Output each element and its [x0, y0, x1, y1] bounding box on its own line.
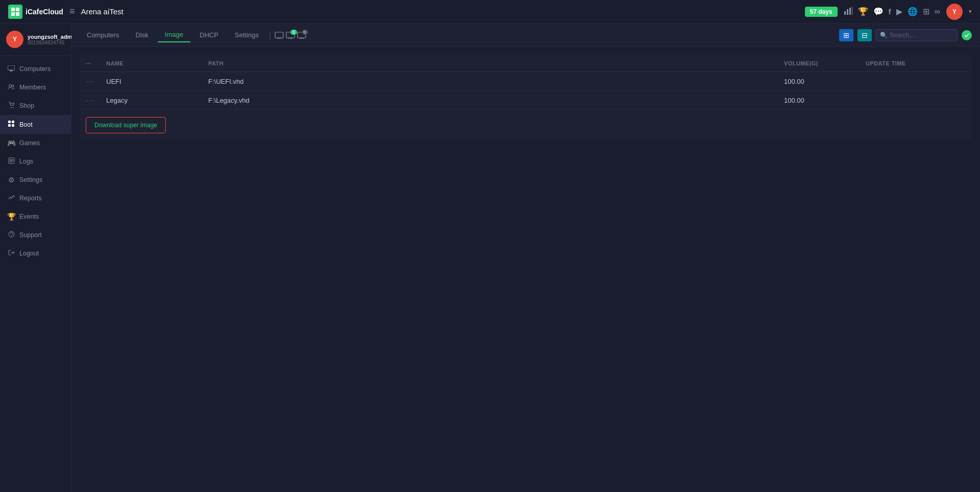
sidebar-item-settings[interactable]: ⚙ Settings — [0, 171, 71, 189]
svg-rect-8 — [8, 65, 15, 70]
table-row: ··· UEFI F:\UEFI.vhd 100.00 — [80, 72, 972, 91]
trophy-icon[interactable]: 🏆 — [858, 7, 868, 16]
user-avatar-header[interactable]: Y — [946, 4, 963, 20]
windows-btn-blue[interactable]: ⊞ — [839, 29, 853, 41]
sidebar-label-reports: Reports — [19, 195, 42, 202]
logo: iCafeCloud — [8, 5, 63, 19]
sidebar-item-computers[interactable]: Computers — [0, 60, 71, 78]
svg-point-24 — [11, 236, 12, 237]
sidebar-item-shop[interactable]: Shop — [0, 97, 71, 115]
svg-rect-1 — [16, 8, 19, 11]
tab-settings[interactable]: Settings — [228, 28, 266, 42]
table-header: ··· NAME PATH VOLUME(G) UPDATE TIME — [80, 55, 972, 72]
tab-image[interactable]: Image — [158, 28, 190, 42]
sidebar: Y youngzsoft_admin 0019934824745 Compute… — [0, 24, 71, 492]
svg-point-11 — [9, 85, 12, 87]
svg-rect-0 — [11, 8, 15, 11]
sidebar-user-avatar: Y — [6, 31, 23, 48]
logout-icon — [7, 249, 15, 257]
sidebar-label-shop: Shop — [19, 102, 34, 109]
monitor2-tab[interactable]: 3 — [286, 32, 295, 39]
message-icon[interactable]: 💬 — [873, 7, 884, 16]
row1-path: F:\UEFI.vhd — [202, 78, 778, 85]
shop-icon — [7, 102, 15, 110]
sidebar-label-support: Support — [19, 231, 42, 239]
sidebar-item-reports[interactable]: Reports — [0, 189, 71, 207]
facebook-icon[interactable]: f — [889, 7, 891, 16]
svg-rect-18 — [12, 124, 14, 127]
members-icon — [7, 83, 15, 91]
svg-point-13 — [11, 107, 12, 108]
table-row: ··· Legacy F:\Legacy.vhd 100.00 — [80, 91, 972, 110]
tab-computers[interactable]: Computers — [80, 28, 127, 42]
row2-dots: ··· — [80, 96, 100, 104]
boot-icon — [7, 120, 15, 129]
content-area: Computers Disk Image DHCP Settings | 3 0… — [71, 24, 980, 492]
sidebar-label-settings: Settings — [19, 176, 42, 183]
search-input[interactable] — [876, 29, 958, 41]
days-badge: 57 days — [805, 7, 838, 17]
row2-name: Legacy — [100, 97, 202, 104]
sidebar-item-events[interactable]: 🏆 Events — [0, 207, 71, 226]
sidebar-label-logout: Logout — [19, 250, 39, 257]
download-super-image-button[interactable]: Download super image — [86, 117, 166, 133]
svg-rect-7 — [852, 7, 852, 15]
analytics-icon[interactable] — [844, 6, 853, 17]
user-dropdown-arrow[interactable]: ▾ — [969, 8, 972, 15]
svg-rect-5 — [847, 9, 848, 15]
header-icons: 🏆 💬 f ▶ 🌐 ⊞ ∞ — [844, 6, 940, 17]
infinity-icon[interactable]: ∞ — [935, 7, 940, 16]
sidebar-nav: Computers Members Shop Boot — [0, 56, 71, 267]
sidebar-label-members: Members — [19, 84, 46, 91]
events-icon: 🏆 — [7, 213, 15, 221]
tab-separator: | — [268, 30, 273, 40]
grid-icon[interactable]: ⊞ — [923, 7, 929, 16]
svg-rect-6 — [849, 8, 851, 15]
table-container: ··· NAME PATH VOLUME(G) UPDATE TIME ··· … — [71, 47, 980, 492]
sidebar-item-members[interactable]: Members — [0, 78, 71, 97]
tabs-right: ⊞ ⊟ 🔍 — [839, 29, 972, 41]
youtube-icon[interactable]: ▶ — [896, 7, 902, 16]
row1-volume: 100.00 — [778, 78, 860, 85]
sidebar-label-logs: Logs — [19, 158, 33, 165]
svg-rect-3 — [16, 12, 19, 16]
support-icon — [7, 231, 15, 239]
tab-dhcp[interactable]: DHCP — [192, 28, 226, 42]
main-layout: Y youngzsoft_admin 0019934824745 Compute… — [0, 24, 980, 492]
monitor3-tab[interactable]: 0 — [297, 32, 306, 39]
globe-icon[interactable]: 🌐 — [908, 7, 918, 16]
tab-disk[interactable]: Disk — [129, 28, 156, 42]
sidebar-label-games: Games — [19, 139, 40, 147]
search-icon: 🔍 — [880, 32, 888, 39]
settings-icon: ⚙ — [7, 176, 15, 184]
windows-btn-teal[interactable]: ⊟ — [857, 29, 872, 41]
row2-volume: 100.00 — [778, 97, 860, 104]
th-path: PATH — [202, 60, 778, 66]
sidebar-label-boot: Boot — [19, 121, 33, 128]
page-title: Arena aiTest — [81, 7, 123, 16]
svg-point-12 — [12, 85, 14, 87]
status-indicator — [962, 30, 972, 40]
search-wrapper: 🔍 — [876, 29, 958, 41]
monitor1-tab[interactable] — [275, 32, 284, 39]
hamburger-icon[interactable]: ≡ — [69, 6, 75, 17]
sidebar-item-games[interactable]: 🎮 Games — [0, 134, 71, 152]
svg-rect-4 — [844, 11, 846, 15]
th-dots: ··· — [80, 60, 100, 66]
row2-menu-icon[interactable]: ··· — [86, 96, 95, 104]
row2-path: F:\Legacy.vhd — [202, 97, 778, 104]
sidebar-item-support[interactable]: Support — [0, 226, 71, 244]
th-update-time: UPDATE TIME — [860, 60, 972, 66]
tabs-bar: Computers Disk Image DHCP Settings | 3 0… — [71, 24, 980, 47]
monitor2-badge: 3 — [290, 30, 297, 35]
monitor3-badge: 0 — [302, 30, 308, 35]
svg-point-14 — [13, 107, 14, 108]
logs-icon — [7, 157, 15, 166]
row1-menu-icon[interactable]: ··· — [86, 77, 95, 85]
sidebar-item-logout[interactable]: Logout — [0, 244, 71, 263]
sidebar-item-logs[interactable]: Logs — [0, 152, 71, 171]
sidebar-label-computers: Computers — [19, 65, 51, 73]
header-right: 57 days 🏆 💬 f ▶ 🌐 ⊞ — [805, 4, 972, 20]
sidebar-item-boot[interactable]: Boot — [0, 115, 71, 134]
th-name: NAME — [100, 60, 202, 66]
